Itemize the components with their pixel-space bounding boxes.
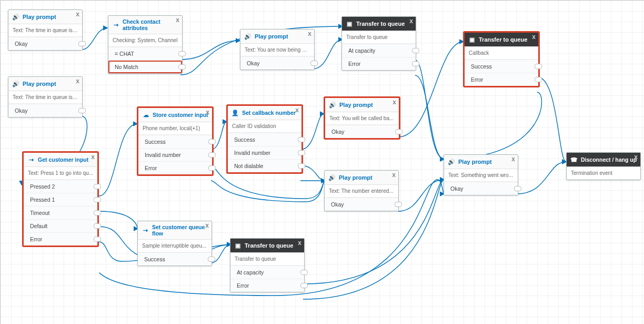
output-port[interactable] [78, 108, 86, 113]
branch[interactable]: Invalid number [228, 146, 301, 159]
branch[interactable]: Timeout [24, 206, 97, 219]
output-port[interactable] [412, 61, 419, 66]
branch[interactable]: Invalid number [138, 148, 212, 161]
block-store-customer-input[interactable]: ☁Store customer inputx Phone number, loc… [137, 107, 213, 175]
block-subtitle: Text: The number entered... [325, 185, 398, 198]
block-play-prompt-1[interactable]: 🔊Play promptx Text: The time in queue is… [8, 9, 83, 51]
branch[interactable]: Error [230, 279, 304, 292]
block-title: Transfer to queue [356, 21, 412, 27]
branch[interactable]: Okay [325, 125, 399, 138]
block-subtitle: Text: You are now being pl... [240, 44, 314, 56]
close-icon[interactable]: x [205, 222, 209, 229]
block-title: Play prompt [339, 102, 396, 109]
branch[interactable]: Pressed 2 [24, 180, 97, 193]
output-port[interactable] [412, 48, 419, 53]
output-port[interactable] [178, 64, 186, 70]
close-icon[interactable]: x [308, 31, 311, 37]
close-icon[interactable]: x [511, 156, 515, 162]
branch[interactable]: Pressed 1 [24, 193, 97, 206]
branch[interactable]: Success [228, 133, 301, 146]
block-subtitle: Termination event [567, 167, 640, 180]
block-set-callback-number[interactable]: 👤Set callback numberx Caller ID validati… [227, 105, 303, 173]
output-port[interactable] [535, 77, 542, 82]
close-icon[interactable]: x [76, 11, 79, 17]
close-icon[interactable]: x [392, 172, 396, 178]
branch[interactable]: Okay [444, 182, 518, 195]
block-disconnect[interactable]: ☎Disconnect / hang upx Termination event [566, 152, 641, 180]
close-icon[interactable]: x [409, 18, 413, 24]
branch[interactable]: Error [138, 161, 212, 174]
block-subtitle: Text: You will be called ba... [325, 112, 399, 125]
branch[interactable]: At capacity [230, 266, 304, 279]
output-port[interactable] [310, 61, 318, 66]
block-title: Check contact attributes [123, 18, 179, 31]
output-port[interactable] [94, 223, 101, 229]
branch[interactable]: Okay [325, 198, 398, 211]
block-play-prompt-3[interactable]: 🔊Play promptx Text: You are now being pl… [240, 29, 315, 70]
output-port[interactable] [298, 150, 305, 155]
output-port[interactable] [300, 270, 308, 275]
block-title: Play prompt [339, 174, 395, 181]
block-title: Play prompt [458, 159, 515, 165]
output-port[interactable] [94, 197, 101, 202]
branch[interactable]: Success [138, 252, 212, 266]
branch[interactable]: Success [138, 135, 212, 148]
person-icon: 👤 [231, 109, 239, 117]
close-icon[interactable]: x [295, 107, 299, 113]
block-transfer-queue-2[interactable]: ▣Transfer to queuex Transfer to queue At… [230, 238, 305, 292]
branch[interactable]: Default [24, 219, 97, 232]
output-port[interactable] [208, 139, 216, 144]
block-get-customer-input[interactable]: ⇢Get customer inputx Text: Press 1 to go… [23, 152, 98, 247]
block-set-queue-flow[interactable]: ⇢Set customer queue flowx Sample interru… [137, 221, 212, 266]
output-port[interactable] [178, 51, 186, 56]
output-port[interactable] [395, 202, 402, 207]
output-port[interactable] [208, 152, 216, 158]
close-icon[interactable]: x [532, 34, 536, 40]
close-icon[interactable]: x [298, 240, 301, 246]
output-port[interactable] [78, 41, 86, 46]
output-port[interactable] [94, 184, 101, 189]
output-port[interactable] [300, 283, 308, 288]
block-transfer-queue-1[interactable]: ▣Transfer to queuex Transfer to queue At… [341, 16, 416, 71]
branch[interactable]: Success [465, 60, 538, 73]
speaker-icon: 🔊 [447, 158, 456, 166]
block-play-prompt-2[interactable]: 🔊Play promptx Text: The time in queue is… [8, 76, 83, 117]
output-port[interactable] [208, 165, 216, 171]
branch[interactable]: Error [465, 73, 538, 86]
block-title: Play prompt [23, 14, 79, 21]
block-play-prompt-callback[interactable]: 🔊Play promptx Text: You will be called b… [324, 97, 400, 139]
branch[interactable]: Error [24, 232, 97, 246]
output-port[interactable] [298, 163, 305, 169]
output-port[interactable] [94, 237, 101, 242]
block-subtitle: Text: The time in queue is ... [8, 24, 82, 37]
block-play-prompt-error[interactable]: 🔊Play promptx Text: Something went wro..… [444, 154, 518, 195]
output-port[interactable] [395, 129, 402, 134]
block-transfer-queue-callback[interactable]: ▣Transfer to queuex Callback Success Err… [464, 32, 539, 87]
branch[interactable]: Okay [8, 37, 82, 50]
block-check-attributes[interactable]: ⇢Check contact attributesx Checking: Sys… [108, 15, 183, 74]
close-icon[interactable]: x [76, 78, 79, 84]
close-icon[interactable]: x [393, 99, 396, 105]
close-icon[interactable]: x [634, 154, 638, 160]
block-play-prompt-invalid[interactable]: 🔊Play promptx Text: The number entered..… [324, 170, 399, 211]
branch-no-match[interactable]: No Match [108, 60, 182, 73]
branch[interactable]: Not dialable [228, 159, 301, 172]
branch[interactable]: Okay [8, 104, 82, 117]
branch-icon: ⇢ [141, 226, 149, 234]
block-title: Disconnect / hang up [581, 156, 637, 163]
output-port[interactable] [535, 64, 542, 69]
contact-flow-canvas[interactable]: { "blocks":{ "play1":{"title":"Play prom… [0, 0, 644, 324]
close-icon[interactable]: x [91, 154, 95, 160]
output-port[interactable] [298, 137, 305, 142]
close-icon[interactable]: x [176, 17, 179, 23]
branch[interactable]: At capacity [342, 44, 416, 57]
hangup-icon: ☎ [570, 155, 578, 164]
output-port[interactable] [514, 186, 521, 191]
branch[interactable]: Error [342, 57, 416, 70]
close-icon[interactable]: x [206, 109, 209, 115]
output-port[interactable] [94, 210, 101, 215]
branch[interactable]: = CHAT [108, 47, 182, 60]
block-title: Play prompt [23, 81, 79, 87]
branch[interactable]: Okay [240, 56, 314, 70]
output-port[interactable] [208, 257, 215, 262]
